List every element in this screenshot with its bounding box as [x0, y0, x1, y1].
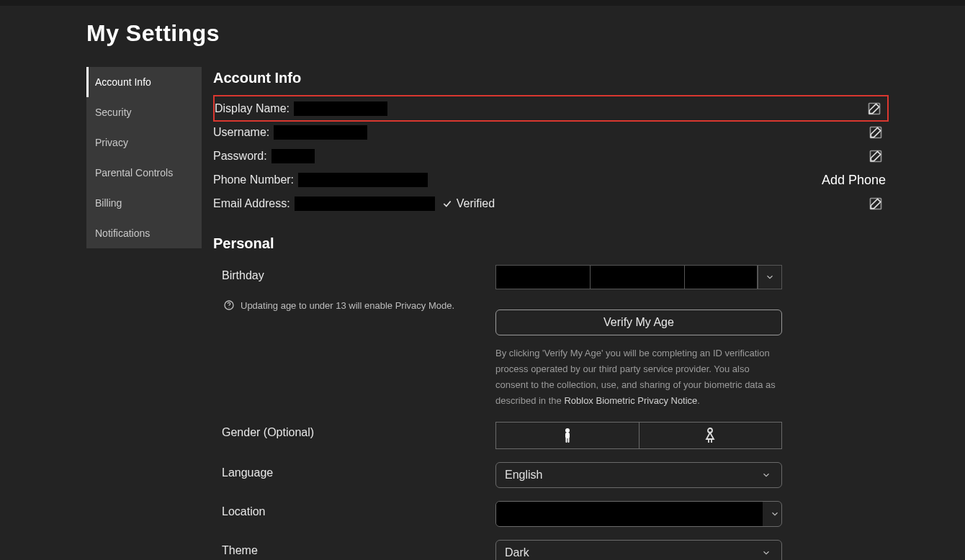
edit-username-button[interactable]	[868, 125, 883, 140]
edit-icon	[867, 101, 881, 116]
chevron-down-icon	[765, 272, 775, 282]
svg-rect-7	[565, 433, 570, 438]
phone-label: Phone Number:	[213, 173, 294, 186]
sidebar-item-label: Billing	[95, 197, 122, 209]
add-phone-button[interactable]: Add Phone	[822, 172, 886, 187]
language-select[interactable]: English	[495, 462, 782, 488]
email-verified-badge: Verified	[442, 197, 495, 210]
birthday-hint-text: Updating age to under 13 will enable Pri…	[241, 300, 454, 311]
location-row: Location	[213, 501, 889, 527]
display-name-label: Display Name:	[215, 102, 290, 115]
username-label: Username:	[213, 126, 269, 139]
sidebar-item-label: Account Info	[95, 76, 151, 88]
edit-email-button[interactable]	[868, 197, 883, 211]
birthday-dropdown-toggle[interactable]	[758, 265, 782, 289]
sidebar-item-label: Parental Controls	[95, 167, 173, 179]
gender-row: Gender (Optional)	[213, 422, 889, 449]
check-icon	[442, 199, 452, 209]
username-value-redacted	[274, 125, 367, 140]
sidebar-item-parental-controls[interactable]: Parental Controls	[86, 158, 202, 188]
verified-text: Verified	[457, 197, 495, 210]
theme-label: Theme	[213, 540, 495, 557]
language-value: English	[505, 469, 542, 482]
theme-select[interactable]: Dark	[495, 540, 782, 560]
chevron-down-icon	[754, 548, 773, 558]
edit-password-button[interactable]	[868, 149, 883, 163]
sidebar-item-security[interactable]: Security	[86, 97, 202, 127]
email-label: Email Address:	[213, 197, 290, 210]
gender-female-button[interactable]	[639, 422, 783, 449]
birthday-day-select[interactable]	[590, 265, 684, 289]
display-name-row: Display Name:	[213, 95, 889, 122]
verify-fineprint-suffix: .	[697, 395, 700, 406]
sidebar-item-notifications[interactable]: Notifications	[86, 218, 202, 248]
verify-age-button[interactable]: Verify My Age	[495, 310, 782, 335]
username-row: Username:	[213, 120, 889, 144]
sidebar-item-privacy[interactable]: Privacy	[86, 127, 202, 158]
male-icon	[562, 428, 573, 443]
verify-fineprint: By clicking 'Verify My Age' you will be …	[495, 346, 782, 409]
biometric-privacy-link[interactable]: Roblox Biometric Privacy Notice	[564, 395, 697, 406]
personal-heading: Personal	[213, 235, 889, 252]
password-row: Password:	[213, 144, 889, 168]
language-label: Language	[213, 462, 495, 479]
gender-toggle-group	[495, 422, 782, 449]
svg-point-6	[565, 428, 570, 433]
svg-rect-8	[565, 438, 567, 443]
svg-rect-9	[567, 438, 569, 443]
theme-value: Dark	[505, 546, 529, 559]
sidebar-item-account-info[interactable]: Account Info	[86, 67, 202, 97]
display-name-value-redacted	[294, 101, 387, 116]
email-value-redacted	[295, 197, 435, 211]
svg-point-5	[228, 307, 229, 308]
topbar	[0, 0, 965, 6]
birthday-year-select[interactable]	[684, 265, 758, 289]
language-row: Language English	[213, 462, 889, 488]
gender-label: Gender (Optional)	[213, 422, 495, 439]
phone-value-redacted	[298, 173, 428, 187]
birthday-label: Birthday	[222, 269, 495, 282]
female-icon	[704, 428, 717, 443]
location-label: Location	[213, 501, 495, 518]
edit-icon	[868, 197, 883, 211]
sidebar-item-label: Privacy	[95, 137, 128, 148]
location-select[interactable]	[495, 501, 782, 527]
edit-display-name-button[interactable]	[867, 101, 881, 116]
birthday-month-select[interactable]	[495, 265, 590, 289]
location-value-redacted	[496, 502, 763, 526]
edit-icon	[868, 149, 883, 163]
theme-row: Theme Dark	[213, 540, 889, 560]
phone-row: Phone Number: Add Phone	[213, 168, 889, 191]
sidebar-item-label: Notifications	[95, 227, 150, 239]
chevron-down-icon	[754, 470, 773, 480]
birthday-row: Birthday Updating age to under 13 will e…	[213, 265, 889, 409]
birthday-select-group	[495, 265, 782, 289]
settings-sidebar: Account Info Security Privacy Parental C…	[86, 67, 202, 248]
password-value-redacted	[271, 149, 315, 163]
help-icon	[223, 299, 235, 311]
sidebar-item-billing[interactable]: Billing	[86, 188, 202, 218]
birthday-hint: Updating age to under 13 will enable Pri…	[222, 299, 495, 311]
password-label: Password:	[213, 150, 267, 163]
gender-male-button[interactable]	[495, 422, 639, 449]
page-title: My Settings	[86, 20, 965, 47]
sidebar-item-label: Security	[95, 107, 132, 118]
edit-icon	[868, 125, 883, 140]
chevron-down-icon	[763, 509, 781, 519]
account-info-heading: Account Info	[213, 70, 889, 86]
email-row: Email Address: Verified	[213, 191, 889, 215]
